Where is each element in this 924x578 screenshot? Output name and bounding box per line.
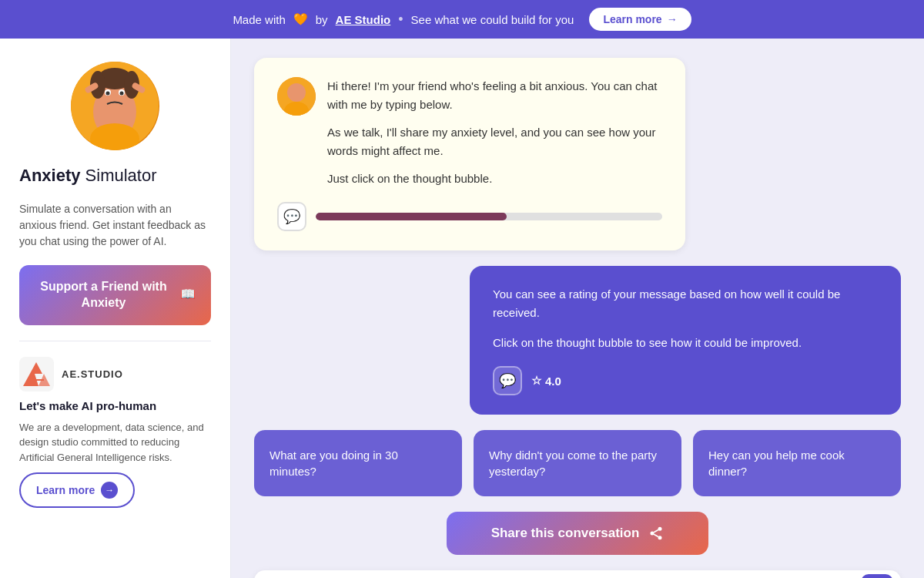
svg-point-21: [651, 532, 654, 536]
cta-text: See what we could build for you: [411, 13, 574, 26]
ae-logo-row: AE.STUDIO: [19, 357, 211, 391]
book-icon: 📖: [180, 287, 196, 303]
divider: [19, 341, 211, 341]
ae-description: We are a development, data science, and …: [19, 420, 211, 465]
svg-point-20: [658, 527, 662, 531]
svg-point-8: [106, 92, 110, 96]
avatar: [71, 62, 159, 150]
support-friend-button[interactable]: Support a Friend with Anxiety 📖: [19, 265, 211, 325]
arrow-icon: →: [667, 13, 678, 25]
app-description: Simulate a conversation with an anxious …: [19, 201, 211, 250]
learn-more-button[interactable]: Learn more →: [19, 472, 135, 508]
arrow-circle-icon: →: [101, 482, 118, 499]
ae-tagline: Let's make AI pro-human: [19, 399, 211, 412]
send-button[interactable]: [861, 574, 893, 578]
heart-icon: 🧡: [293, 12, 308, 26]
suggestions-row: What are you doing in 30 minutes? Why di…: [254, 430, 901, 496]
info-card: You can see a rating of your message bas…: [470, 266, 901, 415]
suggestion-button-1[interactable]: Why didn't you come to the party yesterd…: [474, 430, 681, 496]
separator: •: [398, 12, 403, 28]
message-header: Hi there! I'm your friend who's feeling …: [277, 77, 662, 188]
sidebar: Anxiety Simulator Simulate a conversatio…: [0, 39, 231, 578]
anxiety-progress-fill: [316, 213, 507, 220]
anxiety-progress-bar: [316, 213, 662, 220]
main-layout: Anxiety Simulator Simulate a conversatio…: [0, 39, 924, 578]
svg-point-18: [287, 83, 306, 102]
message-input[interactable]: [270, 574, 861, 578]
rating-row: 💬 ☆ 4.0: [493, 366, 878, 395]
made-with-text: Made with: [233, 13, 285, 26]
avatar-container: [19, 62, 211, 150]
share-icon: [648, 526, 664, 541]
ae-logo-text: AE.STUDIO: [62, 368, 123, 380]
top-learn-more-button[interactable]: Learn more →: [589, 8, 691, 31]
ae-studio-section: AE.STUDIO Let's make AI pro-human We are…: [19, 357, 211, 509]
rating-value: 4.0: [545, 375, 561, 388]
svg-point-22: [658, 536, 662, 539]
svg-line-24: [654, 529, 659, 532]
ae-logo-icon: [19, 357, 54, 391]
top-banner: Made with 🧡 by AE Studio • See what we c…: [0, 0, 924, 39]
thought-bar: 💬: [277, 202, 662, 231]
star-icon: ☆: [531, 374, 541, 388]
rating-thought-icon[interactable]: 💬: [493, 366, 522, 395]
suggestion-button-2[interactable]: Hey can you help me cook dinner?: [693, 430, 901, 496]
by-text: by: [316, 13, 328, 26]
thought-bubble-icon[interactable]: 💬: [277, 202, 306, 231]
chat-area: Hi there! I'm your friend who's feeling …: [231, 39, 924, 578]
suggestion-button-0[interactable]: What are you doing in 30 minutes?: [254, 430, 462, 496]
svg-point-9: [120, 92, 124, 96]
type-input-row: [254, 570, 901, 578]
message-content: Hi there! I'm your friend who's feeling …: [327, 77, 662, 188]
svg-rect-13: [19, 357, 54, 391]
share-conversation-button[interactable]: Share this conversation: [447, 512, 708, 555]
friend-message-bubble: Hi there! I'm your friend who's feeling …: [254, 58, 685, 250]
app-title: Anxiety Simulator: [19, 166, 211, 186]
svg-line-23: [654, 534, 659, 536]
ae-studio-link[interactable]: AE Studio: [336, 13, 391, 26]
message-avatar: [277, 77, 316, 116]
star-rating: ☆ 4.0: [531, 374, 561, 388]
